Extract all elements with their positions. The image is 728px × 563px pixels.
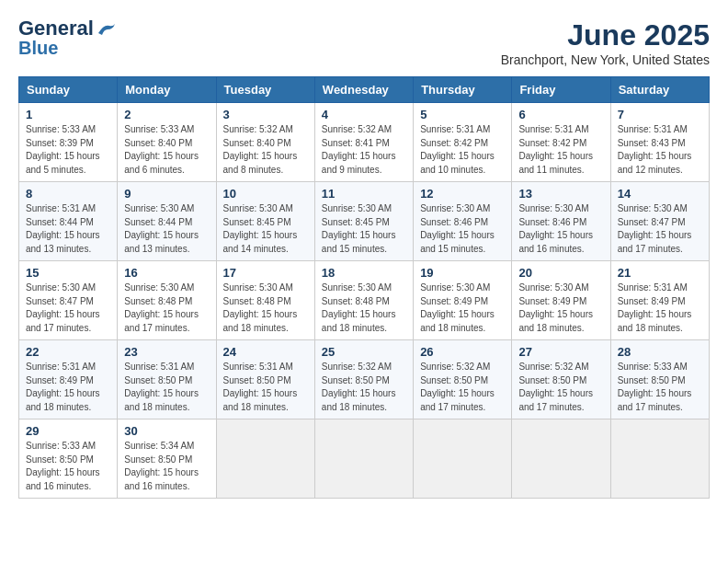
- calendar-cell: 24 Sunrise: 5:31 AM Sunset: 8:50 PM Dayl…: [216, 340, 314, 419]
- calendar-cell: 10 Sunrise: 5:30 AM Sunset: 8:45 PM Dayl…: [216, 182, 314, 261]
- day-number: 20: [518, 266, 603, 280]
- calendar-cell: 28 Sunrise: 5:33 AM Sunset: 8:50 PM Dayl…: [610, 340, 709, 419]
- day-number: 3: [223, 108, 308, 121]
- location-subtitle: Branchport, New York, United States: [501, 52, 710, 67]
- calendar-week-row-3: 22 Sunrise: 5:31 AM Sunset: 8:49 PM Dayl…: [19, 340, 710, 419]
- col-header-thursday: Thursday: [414, 77, 512, 103]
- day-info: Sunrise: 5:30 AM Sunset: 8:44 PM Dayligh…: [124, 202, 209, 256]
- day-number: 26: [420, 345, 505, 359]
- day-number: 11: [322, 187, 406, 201]
- col-header-sunday: Sunday: [19, 77, 118, 103]
- day-info: Sunrise: 5:33 AM Sunset: 8:40 PM Dayligh…: [124, 123, 209, 177]
- day-number: 24: [223, 345, 308, 359]
- calendar-cell: 14 Sunrise: 5:30 AM Sunset: 8:47 PM Dayl…: [610, 182, 709, 261]
- calendar-week-row-1: 8 Sunrise: 5:31 AM Sunset: 8:44 PM Dayli…: [19, 182, 710, 261]
- calendar-week-row-0: 1 Sunrise: 5:33 AM Sunset: 8:39 PM Dayli…: [19, 103, 710, 182]
- day-info: Sunrise: 5:31 AM Sunset: 8:42 PM Dayligh…: [420, 123, 505, 177]
- col-header-tuesday: Tuesday: [216, 77, 314, 103]
- day-info: Sunrise: 5:32 AM Sunset: 8:50 PM Dayligh…: [420, 361, 505, 414]
- day-number: 17: [223, 266, 308, 280]
- calendar-cell: 13 Sunrise: 5:30 AM Sunset: 8:46 PM Dayl…: [512, 182, 610, 261]
- day-number: 9: [124, 187, 209, 201]
- calendar-cell: 15 Sunrise: 5:30 AM Sunset: 8:47 PM Dayl…: [19, 261, 118, 340]
- calendar-cell: 25 Sunrise: 5:32 AM Sunset: 8:50 PM Dayl…: [314, 340, 413, 419]
- logo: General Blue: [18, 18, 117, 57]
- calendar-cell: 22 Sunrise: 5:31 AM Sunset: 8:49 PM Dayl…: [19, 340, 118, 419]
- day-number: 7: [618, 108, 702, 121]
- day-info: Sunrise: 5:33 AM Sunset: 8:50 PM Dayligh…: [618, 361, 702, 414]
- calendar-cell: 2 Sunrise: 5:33 AM Sunset: 8:40 PM Dayli…: [118, 103, 216, 182]
- logo-bird-icon: [97, 22, 117, 37]
- day-number: 10: [223, 187, 308, 201]
- calendar-cell: 29 Sunrise: 5:33 AM Sunset: 8:50 PM Dayl…: [19, 419, 118, 499]
- day-info: Sunrise: 5:31 AM Sunset: 8:42 PM Dayligh…: [518, 123, 603, 177]
- day-info: Sunrise: 5:30 AM Sunset: 8:47 PM Dayligh…: [26, 282, 110, 335]
- day-number: 15: [26, 266, 110, 280]
- calendar-cell: 21 Sunrise: 5:31 AM Sunset: 8:49 PM Dayl…: [610, 261, 709, 340]
- day-info: Sunrise: 5:32 AM Sunset: 8:50 PM Dayligh…: [322, 361, 406, 414]
- day-info: Sunrise: 5:30 AM Sunset: 8:48 PM Dayligh…: [223, 282, 308, 335]
- day-number: 4: [322, 108, 406, 121]
- day-info: Sunrise: 5:31 AM Sunset: 8:49 PM Dayligh…: [618, 282, 702, 335]
- day-number: 30: [124, 424, 209, 438]
- day-info: Sunrise: 5:30 AM Sunset: 8:48 PM Dayligh…: [322, 282, 406, 335]
- day-number: 18: [322, 266, 406, 280]
- calendar-cell: [314, 419, 413, 499]
- day-number: 1: [26, 108, 110, 121]
- calendar-cell: 16 Sunrise: 5:30 AM Sunset: 8:48 PM Dayl…: [118, 261, 216, 340]
- day-number: 16: [124, 266, 209, 280]
- day-number: 22: [26, 345, 110, 359]
- calendar-cell: 1 Sunrise: 5:33 AM Sunset: 8:39 PM Dayli…: [19, 103, 118, 182]
- calendar-cell: 6 Sunrise: 5:31 AM Sunset: 8:42 PM Dayli…: [512, 103, 610, 182]
- day-info: Sunrise: 5:30 AM Sunset: 8:47 PM Dayligh…: [618, 202, 702, 256]
- day-info: Sunrise: 5:33 AM Sunset: 8:50 PM Dayligh…: [26, 440, 110, 493]
- day-info: Sunrise: 5:30 AM Sunset: 8:46 PM Dayligh…: [420, 202, 505, 256]
- calendar-cell: 23 Sunrise: 5:31 AM Sunset: 8:50 PM Dayl…: [118, 340, 216, 419]
- day-number: 14: [618, 187, 702, 201]
- day-info: Sunrise: 5:30 AM Sunset: 8:48 PM Dayligh…: [124, 282, 209, 335]
- calendar-cell: 18 Sunrise: 5:30 AM Sunset: 8:48 PM Dayl…: [314, 261, 413, 340]
- day-info: Sunrise: 5:32 AM Sunset: 8:50 PM Dayligh…: [518, 361, 603, 414]
- logo-text: General: [18, 18, 94, 39]
- calendar-cell: 27 Sunrise: 5:32 AM Sunset: 8:50 PM Dayl…: [512, 340, 610, 419]
- logo-blue-text: Blue: [18, 39, 58, 57]
- calendar-week-row-4: 29 Sunrise: 5:33 AM Sunset: 8:50 PM Dayl…: [19, 419, 710, 499]
- day-info: Sunrise: 5:33 AM Sunset: 8:39 PM Dayligh…: [26, 123, 110, 177]
- calendar-cell: [216, 419, 314, 499]
- calendar-cell: 17 Sunrise: 5:30 AM Sunset: 8:48 PM Dayl…: [216, 261, 314, 340]
- calendar-cell: 3 Sunrise: 5:32 AM Sunset: 8:40 PM Dayli…: [216, 103, 314, 182]
- calendar-cell: 12 Sunrise: 5:30 AM Sunset: 8:46 PM Dayl…: [414, 182, 512, 261]
- day-number: 2: [124, 108, 209, 121]
- day-info: Sunrise: 5:34 AM Sunset: 8:50 PM Dayligh…: [124, 440, 209, 493]
- day-info: Sunrise: 5:32 AM Sunset: 8:40 PM Dayligh…: [223, 123, 308, 177]
- day-info: Sunrise: 5:31 AM Sunset: 8:50 PM Dayligh…: [223, 361, 308, 414]
- day-number: 28: [618, 345, 702, 359]
- day-info: Sunrise: 5:31 AM Sunset: 8:50 PM Dayligh…: [124, 361, 209, 414]
- calendar-cell: [610, 419, 709, 499]
- day-number: 6: [518, 108, 603, 121]
- calendar-cell: 8 Sunrise: 5:31 AM Sunset: 8:44 PM Dayli…: [19, 182, 118, 261]
- day-info: Sunrise: 5:32 AM Sunset: 8:41 PM Dayligh…: [322, 123, 406, 177]
- day-info: Sunrise: 5:30 AM Sunset: 8:46 PM Dayligh…: [518, 202, 603, 256]
- calendar-header-row: Sunday Monday Tuesday Wednesday Thursday…: [19, 77, 710, 103]
- calendar-week-row-2: 15 Sunrise: 5:30 AM Sunset: 8:47 PM Dayl…: [19, 261, 710, 340]
- day-number: 19: [420, 266, 505, 280]
- day-number: 21: [618, 266, 702, 280]
- day-number: 27: [518, 345, 603, 359]
- col-header-saturday: Saturday: [610, 77, 709, 103]
- header: General Blue June 2025 Branchport, New Y…: [18, 18, 710, 67]
- calendar-cell: 4 Sunrise: 5:32 AM Sunset: 8:41 PM Dayli…: [314, 103, 413, 182]
- col-header-monday: Monday: [118, 77, 216, 103]
- day-info: Sunrise: 5:31 AM Sunset: 8:44 PM Dayligh…: [26, 202, 110, 256]
- day-info: Sunrise: 5:30 AM Sunset: 8:45 PM Dayligh…: [223, 202, 308, 256]
- calendar-table: Sunday Monday Tuesday Wednesday Thursday…: [18, 76, 710, 499]
- calendar-cell: 26 Sunrise: 5:32 AM Sunset: 8:50 PM Dayl…: [414, 340, 512, 419]
- day-info: Sunrise: 5:31 AM Sunset: 8:49 PM Dayligh…: [26, 361, 110, 414]
- day-info: Sunrise: 5:30 AM Sunset: 8:49 PM Dayligh…: [420, 282, 505, 335]
- day-info: Sunrise: 5:31 AM Sunset: 8:43 PM Dayligh…: [618, 123, 702, 177]
- day-number: 13: [518, 187, 603, 201]
- day-number: 25: [322, 345, 406, 359]
- day-number: 5: [420, 108, 505, 121]
- calendar-cell: 7 Sunrise: 5:31 AM Sunset: 8:43 PM Dayli…: [610, 103, 709, 182]
- calendar-cell: 9 Sunrise: 5:30 AM Sunset: 8:44 PM Dayli…: [118, 182, 216, 261]
